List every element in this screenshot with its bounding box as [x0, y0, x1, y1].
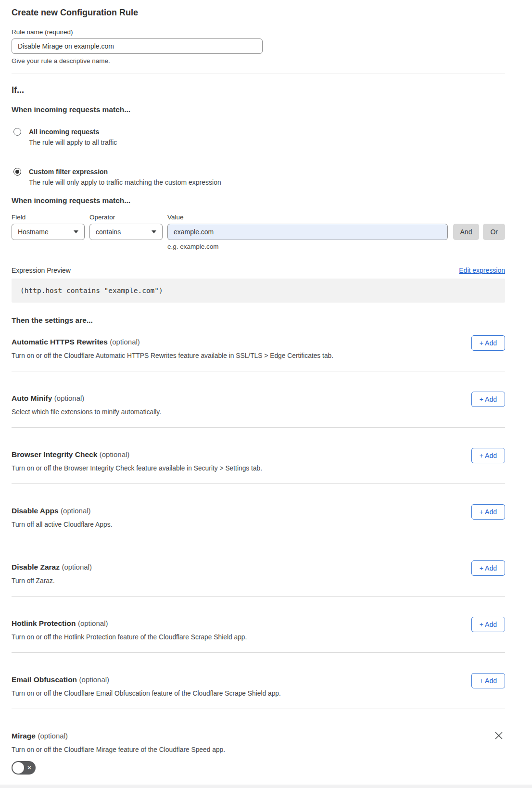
field-select-value: Hostname [18, 228, 49, 236]
expression-builder-row: Field Hostname Operator contains Value A… [12, 214, 505, 240]
add-button[interactable]: + Add [471, 673, 505, 688]
edit-expression-link[interactable]: Edit expression [459, 267, 505, 274]
add-button[interactable]: + Add [471, 560, 505, 576]
setting-email-obfuscation: Email Obfuscation (optional) + Add Turn … [12, 675, 505, 709]
setting-optional-tag: (optional) [38, 732, 68, 740]
then-settings-heading: Then the settings are... [12, 316, 505, 325]
rule-name-label: Rule name (required) [12, 28, 505, 36]
setting-title: Hotlink Protection [12, 619, 76, 627]
setting-description: Turn off Zaraz. [12, 577, 505, 585]
if-heading: If... [12, 84, 505, 96]
add-button[interactable]: + Add [471, 392, 505, 407]
setting-disable-zaraz: Disable Zaraz (optional) + Add Turn off … [12, 562, 505, 597]
setting-optional-tag: (optional) [78, 619, 108, 627]
match-heading: When incoming requests match... [12, 105, 505, 114]
setting-mirage: Mirage (optional) Turn on or off the Clo… [12, 731, 505, 776]
toggle-off-x-icon: ✕ [27, 765, 32, 771]
setting-description: Turn on or off the Cloudflare Mirage fea… [12, 746, 505, 754]
setting-divider [12, 427, 505, 428]
chevron-down-icon [74, 230, 78, 233]
rule-name-input[interactable] [12, 38, 263, 54]
setting-description: Turn on or off the Cloudflare Automatic … [12, 352, 505, 360]
setting-description: Select which file extensions to minify a… [12, 408, 505, 417]
setting-optional-tag: (optional) [54, 394, 85, 402]
or-button[interactable]: Or [483, 224, 505, 240]
value-input[interactable] [167, 224, 448, 240]
expression-match-heading: When incoming requests match... [12, 196, 505, 205]
radio-label: Custom filter expression [29, 167, 221, 176]
setting-title: Auto Minify [12, 394, 52, 402]
setting-divider [12, 483, 505, 484]
value-helper: e.g. example.com [167, 243, 505, 250]
radio-label: All incoming requests [29, 127, 117, 136]
add-button[interactable]: + Add [471, 617, 505, 632]
setting-description: Turn on or off the Hotlink Protection fe… [12, 633, 505, 642]
setting-description: Turn on or off the Cloudflare Email Obfu… [12, 689, 505, 698]
setting-title: Browser Integrity Check [12, 450, 97, 458]
radio-icon[interactable] [13, 168, 21, 176]
operator-select-value: contains [96, 228, 121, 236]
radio-custom-filter-expression[interactable]: Custom filter expression The rule will o… [12, 167, 505, 187]
setting-divider [12, 652, 505, 653]
chevron-down-icon [152, 230, 156, 233]
setting-title: Disable Apps [12, 507, 59, 515]
setting-auto-minify: Auto Minify (optional) + Add Select whic… [12, 394, 505, 428]
operator-label: Operator [89, 214, 163, 221]
setting-title: Automatic HTTPS Rewrites [12, 338, 108, 346]
configuration-rule-form: Create new Configuration Rule Rule name … [0, 7, 532, 776]
setting-divider [12, 540, 505, 540]
and-button[interactable]: And [453, 224, 480, 240]
close-icon[interactable] [494, 731, 503, 740]
setting-divider [12, 596, 505, 597]
radio-icon[interactable] [13, 128, 21, 136]
setting-optional-tag: (optional) [62, 563, 92, 571]
radio-description: The rule will only apply to traffic matc… [29, 178, 221, 187]
field-select[interactable]: Hostname [12, 224, 85, 240]
setting-browser-integrity-check: Browser Integrity Check (optional) + Add… [12, 450, 505, 484]
section-divider [12, 74, 505, 74]
add-button[interactable]: + Add [471, 504, 505, 520]
mirage-toggle[interactable]: ✕ [12, 761, 36, 775]
setting-hotlink-protection: Hotlink Protection (optional) + Add Turn… [12, 619, 505, 653]
setting-description: Turn off all active Cloudflare Apps. [12, 521, 505, 529]
toggle-knob [13, 762, 24, 774]
setting-title: Disable Zaraz [12, 563, 60, 571]
expression-preview-label: Expression Preview [12, 267, 71, 274]
setting-divider [12, 709, 505, 709]
value-label: Value [167, 214, 448, 221]
page-footer-strip [0, 785, 532, 788]
expression-preview-code: (http.host contains "example.com") [12, 279, 505, 303]
setting-title: Mirage [12, 732, 36, 740]
rule-name-helper: Give your rule a descriptive name. [12, 57, 505, 64]
setting-optional-tag: (optional) [61, 507, 91, 515]
setting-optional-tag: (optional) [110, 338, 140, 346]
add-button[interactable]: + Add [471, 448, 505, 463]
setting-optional-tag: (optional) [100, 450, 130, 458]
page-title: Create new Configuration Rule [12, 7, 505, 18]
add-button[interactable]: + Add [471, 335, 505, 351]
setting-disable-apps: Disable Apps (optional) + Add Turn off a… [12, 506, 505, 540]
field-label: Field [12, 214, 85, 221]
operator-select[interactable]: contains [89, 224, 163, 240]
setting-optional-tag: (optional) [79, 675, 110, 684]
setting-automatic-https-rewrites: Automatic HTTPS Rewrites (optional) + Ad… [12, 337, 505, 371]
radio-description: The rule will apply to all traffic [29, 138, 117, 147]
radio-all-incoming-requests[interactable]: All incoming requests The rule will appl… [12, 127, 505, 147]
setting-divider [12, 371, 505, 371]
setting-title: Email Obfuscation [12, 675, 77, 684]
setting-description: Turn on or off the Browser Integrity Che… [12, 464, 505, 473]
